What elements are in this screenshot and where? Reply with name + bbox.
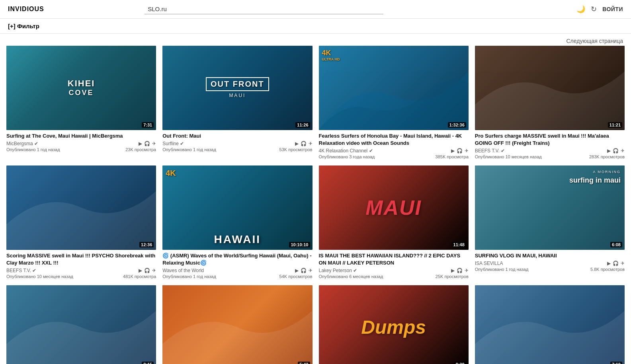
video-card[interactable]: 8:15Row 3 Video 1Channel AОпубликовано 1… [6,285,156,364]
youtube-icon[interactable]: ▶ [139,268,142,273]
duration-badge: 11:26 [295,122,310,128]
headphones-icon[interactable]: 🎧 [301,141,307,146]
video-title: Surfing at The Cove, Maui Hawaii | MicBe… [6,132,156,140]
duration-badge: 10:10:10 [289,242,310,247]
plane-icon[interactable]: ✈ [621,148,625,154]
youtube-icon[interactable]: ▶ [607,261,611,266]
video-card[interactable]: OUT FRONTMAUI11:26Out Front: MauiSurflin… [162,46,312,159]
meta-row: Опубликовано 1 год назад53K просмотров [162,147,312,152]
plane-icon[interactable]: ✈ [309,268,313,273]
channel-row: Surfline ✔▶🎧✈ [162,141,312,146]
dark-mode-icon[interactable]: 🌙 [576,5,585,14]
video-card[interactable]: 5:42Row 3 Video 2Channel BОпубликовано 2… [162,285,312,364]
headphones-icon[interactable]: 🎧 [144,268,150,273]
youtube-icon[interactable]: ▶ [451,148,455,154]
plane-icon[interactable]: ✈ [465,268,469,273]
search-wrapper [145,4,383,14]
channel-name[interactable]: 4K Relaxation Channel ✔ [319,148,373,154]
next-page-link[interactable]: Следующая страница [566,38,623,44]
action-icons: ▶🎧✈ [295,141,313,146]
channel-row: 4K Relaxation Channel ✔▶🎧✈ [319,148,469,154]
action-icons: ▶🎧✈ [139,141,156,146]
channel-name[interactable]: BEEFS T.V. ✔ [475,148,505,154]
action-icons: ▶🎧✈ [295,268,313,273]
video-title: 🌀 (ASMR) Waves of the World/Surfing Hawa… [162,252,312,267]
youtube-icon[interactable]: ▶ [295,141,299,146]
next-page-row: Следующая страница [0,34,631,46]
action-icons: ▶🎧✈ [607,148,625,154]
search-input[interactable] [145,4,383,14]
video-card[interactable]: 7:10Row 3 Video 4Channel DОпубликовано 1… [475,285,625,364]
header-right: 🌙 ↻ ВОЙТИ [576,5,623,14]
video-card[interactable]: MAUI11:48IS MAUI THE BEST HAWAIIAN ISLAN… [319,165,469,279]
plane-icon[interactable]: ✈ [152,268,156,273]
channel-name[interactable]: Waves of the World [162,268,204,273]
duration-badge: 5:42 [298,362,310,364]
header: INVIDIOUS 🌙 ↻ ВОЙТИ [0,0,631,19]
video-card[interactable]: A MORNINGsurfing in maui6:08SURFING VLOG… [475,165,625,279]
duration-badge: 7:10 [610,362,622,364]
duration-badge: 11:21 [608,122,622,128]
action-icons: ▶🎧✈ [607,261,625,266]
youtube-icon[interactable]: ▶ [451,268,455,273]
duration-badge: 6:08 [610,242,622,247]
headphones-icon[interactable]: 🎧 [301,268,307,273]
duration-badge: 7:31 [142,122,154,128]
plane-icon[interactable]: ✈ [152,141,156,146]
video-card[interactable]: HAWAII4K10:10:10🌀 (ASMR) Waves of the Wo… [162,165,312,279]
published-date: Опубликовано 10 месяцев назад [475,154,542,159]
headphones-icon[interactable]: 🎧 [457,268,463,273]
refresh-icon[interactable]: ↻ [591,5,597,14]
video-title: Fearless Surfers of Honolua Bay - Maui I… [319,132,469,147]
logo[interactable]: INVIDIOUS [8,6,44,13]
channel-name[interactable]: Lakey Peterson ✔ [319,268,358,273]
view-count: 283K просмотров [589,154,625,159]
headphones-icon[interactable]: 🎧 [457,148,463,154]
duration-badge: 1:32:36 [448,122,466,128]
filter-bar[interactable]: [+] Фильтр [0,19,631,34]
view-count: 25K просмотров [436,274,469,279]
channel-name[interactable]: BEEFS T.V. ✔ [6,268,36,273]
meta-row: Опубликовано 10 месяцев назад283K просмо… [475,154,625,159]
video-title: SURFING VLOG IN MAUI, HAWAII [475,252,625,259]
channel-name[interactable]: MicBergsma ✔ [6,141,38,146]
view-count: 54K просмотров [279,274,313,279]
video-title: IS MAUI THE BEST HAWAIIAN ISLAND??? // 2… [319,252,469,267]
published-date: Опубликовано 1 год назад [475,267,529,272]
headphones-icon[interactable]: 🎧 [613,148,619,154]
youtube-icon[interactable]: ▶ [139,141,142,146]
view-count: 385K просмотра [436,154,469,159]
video-card[interactable]: KIHEICOVE7:31Surfing at The Cove, Maui H… [6,46,156,159]
duration-badge: 11:48 [452,242,466,247]
plane-icon[interactable]: ✈ [309,141,313,146]
view-count: 53K просмотров [279,147,313,152]
plane-icon[interactable]: ✈ [465,148,469,154]
channel-name[interactable]: ISA SEVILLA [475,261,503,266]
published-date: Опубликовано 1 год назад [162,274,216,279]
channel-row: MicBergsma ✔▶🎧✈ [6,141,156,146]
headphones-icon[interactable]: 🎧 [144,141,150,146]
plane-icon[interactable]: ✈ [621,261,625,266]
action-icons: ▶🎧✈ [451,268,469,273]
video-title: Out Front: Maui [162,132,312,140]
channel-row: BEEFS T.V. ✔▶🎧✈ [475,148,625,154]
video-card[interactable]: 4KULTRA HD1:32:36Fearless Surfers of Hon… [319,46,469,159]
video-card[interactable]: Dumps9:20Dumps ...Channel CОпубликовано … [319,285,469,364]
meta-row: Опубликовано 10 месяцев назад481K просмо… [6,274,156,279]
youtube-icon[interactable]: ▶ [295,268,299,273]
headphones-icon[interactable]: 🎧 [613,261,619,266]
published-date: Опубликовано 1 год назад [162,147,216,152]
channel-row: BEEFS T.V. ✔▶🎧✈ [6,268,156,273]
channel-row: Lakey Peterson ✔▶🎧✈ [319,268,469,273]
channel-name[interactable]: Surfline ✔ [162,141,184,146]
video-title: Pro Surfers charge MASSIVE swell in Maui… [475,132,625,147]
view-count: 23K просмотра [125,147,156,152]
view-count: 481K просмотра [123,274,156,279]
video-card[interactable]: 11:21Pro Surfers charge MASSIVE swell in… [475,46,625,159]
signin-button[interactable]: ВОЙТИ [602,6,623,12]
action-icons: ▶🎧✈ [451,148,469,154]
video-grid: KIHEICOVE7:31Surfing at The Cove, Maui H… [0,46,631,364]
youtube-icon[interactable]: ▶ [607,148,611,154]
video-card[interactable]: 12:36Scoring MASSIVE swell in Maui !!! P… [6,165,156,279]
published-date: Опубликовано 10 месяцев назад [6,274,73,279]
